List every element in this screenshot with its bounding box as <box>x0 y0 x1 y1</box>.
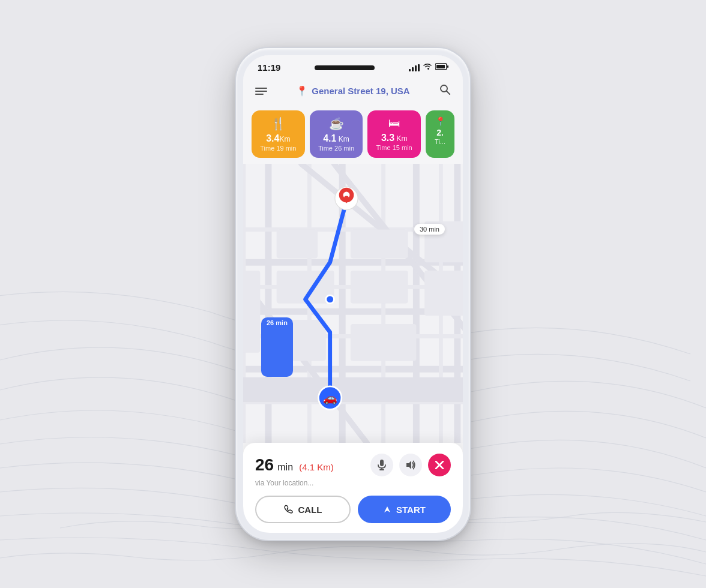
start-label: START <box>396 505 426 515</box>
route-label-30: 30 min <box>414 224 445 235</box>
pin-icon: 📍 <box>296 85 308 97</box>
svg-marker-48 <box>384 506 390 512</box>
route-time: 26 min (4.1 Km) <box>255 458 334 473</box>
svg-rect-33 <box>243 377 463 401</box>
route-summary: 26 min (4.1 Km) <box>255 455 334 475</box>
action-icons <box>370 454 451 476</box>
svg-rect-1 <box>436 65 445 68</box>
svg-marker-45 <box>406 461 411 469</box>
category-cafe[interactable]: ☕ 4.1 Km Time 26 min <box>310 110 363 158</box>
menu-line <box>255 91 267 92</box>
food-icon: 🍴 <box>271 116 286 131</box>
svg-line-4 <box>447 91 450 95</box>
route-distance: (4.1 Km) <box>299 462 334 472</box>
other-icon: 📍 <box>435 116 445 126</box>
start-button[interactable]: START <box>358 496 451 523</box>
hotel-distance: 3.3 Km <box>381 133 408 143</box>
other-time: Ti... <box>435 138 445 145</box>
battery-icon <box>435 63 448 72</box>
svg-rect-25 <box>351 271 408 304</box>
category-row: 🍴 3.4Km Time 19 min ☕ 4.1 Km Time 26 min… <box>243 107 463 164</box>
cafe-icon: ☕ <box>329 116 344 131</box>
menu-icon[interactable] <box>253 85 270 97</box>
map-area[interactable]: 🚗 26 min 30 min <box>243 164 463 443</box>
search-icon[interactable] <box>436 81 453 101</box>
signal-icon <box>409 64 420 71</box>
menu-line <box>255 94 264 95</box>
svg-rect-30 <box>351 229 408 258</box>
hotel-icon: 🛏 <box>388 116 400 130</box>
svg-rect-42 <box>380 460 384 466</box>
route-info-row: 26 min (4.1 Km) <box>255 454 451 476</box>
duration-number: 26 <box>255 455 274 474</box>
svg-text:🚗: 🚗 <box>323 391 337 405</box>
category-other[interactable]: 📍 2. Ti... <box>426 110 454 158</box>
hotel-time: Time 15 min <box>376 144 412 151</box>
via-text: via Your location... <box>255 479 451 487</box>
food-time: Time 19 min <box>260 145 296 152</box>
call-button[interactable]: CALL <box>255 496 351 523</box>
duration-unit: min <box>277 462 293 472</box>
notch <box>315 65 375 70</box>
phone-screen: 11:19 <box>243 55 463 533</box>
bottom-buttons: CALL START <box>255 496 451 523</box>
category-food[interactable]: 🍴 3.4Km Time 19 min <box>252 110 305 158</box>
close-button[interactable] <box>428 454 451 476</box>
svg-rect-32 <box>243 271 260 353</box>
mic-button[interactable] <box>370 454 393 476</box>
status-bar: 11:19 <box>243 55 463 76</box>
bottom-panel: 26 min (4.1 Km) <box>243 443 463 533</box>
svg-rect-2 <box>447 65 448 68</box>
app-header: 📍 General Street 19, USA <box>243 76 463 107</box>
svg-rect-28 <box>351 324 417 361</box>
status-icons <box>409 63 448 72</box>
svg-point-41 <box>326 295 334 304</box>
location-text: General Street 19, USA <box>312 86 409 96</box>
svg-rect-27 <box>424 271 463 316</box>
svg-rect-29 <box>277 229 318 258</box>
phone-shell: 11:19 <box>236 48 470 540</box>
route-label-26: 26 min <box>261 317 293 377</box>
call-label: CALL <box>298 505 322 515</box>
category-hotel[interactable]: 🛏 3.3 Km Time 15 min <box>367 110 421 158</box>
status-time: 11:19 <box>258 62 280 73</box>
menu-line <box>255 88 267 89</box>
wifi-icon <box>423 63 432 72</box>
cafe-distance: 4.1 Km <box>323 133 349 144</box>
cafe-time: Time 26 min <box>318 145 354 152</box>
food-distance: 3.4Km <box>266 133 290 144</box>
other-distance: 2. <box>436 128 444 137</box>
speaker-button[interactable] <box>399 454 422 476</box>
location-bar: 📍 General Street 19, USA <box>270 85 436 97</box>
